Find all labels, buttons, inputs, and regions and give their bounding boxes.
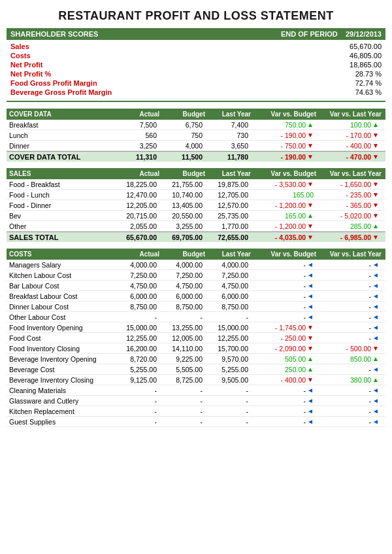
row-label: Beverage Inventory Closing bbox=[9, 376, 114, 384]
arrow-down-icon: ▼ bbox=[307, 376, 314, 383]
budget-cell: 750 bbox=[159, 131, 205, 139]
var-dash: - bbox=[304, 261, 306, 269]
last-year-cell: - bbox=[205, 418, 251, 426]
last-year-cell: 12,255.00 bbox=[205, 334, 251, 342]
shareholder-period: END OF PERIOD 29/12/2013 bbox=[281, 30, 382, 38]
actual-cell: - bbox=[114, 387, 159, 394]
shareholder-row: Net Profit %28.73 % bbox=[7, 69, 385, 78]
arrow-down-icon: ▼ bbox=[372, 191, 379, 198]
budget-cell: 13,405.00 bbox=[159, 201, 205, 209]
arrow-down-icon: ▼ bbox=[372, 131, 379, 139]
actual-cell: 3,250 bbox=[114, 142, 159, 150]
budget-cell: 69,705.00 bbox=[159, 234, 205, 241]
shareholder-row: Sales65,670.00 bbox=[7, 42, 385, 51]
shareholder-section: SHAREHOLDER SCORES END OF PERIOD 29/12/2… bbox=[7, 28, 385, 102]
budget-cell: 10,740.00 bbox=[159, 191, 205, 199]
row-label: Dinner bbox=[9, 142, 114, 150]
var-dash: - bbox=[369, 313, 372, 321]
last-year-cell: - bbox=[205, 387, 251, 394]
row-label: Food Cost bbox=[9, 334, 114, 342]
var-value: 850.00 bbox=[350, 355, 371, 363]
arrow-down-icon: ▼ bbox=[307, 345, 314, 352]
var-value: - 1,200.00 bbox=[275, 201, 306, 209]
var-dash: - bbox=[369, 334, 372, 342]
sh-row-value: 28.73 % bbox=[355, 70, 382, 78]
var-dash: - bbox=[369, 366, 372, 373]
var-cell: - 1,200.00 ▼ bbox=[251, 222, 316, 230]
row-label: Beverage Inventory Opening bbox=[9, 355, 114, 363]
costs-section: COSTS Actual Budget Last Year Var vs. Bu… bbox=[7, 249, 385, 427]
data-row: Other 2,055.00 3,255.00 1,770.00 - 1,200… bbox=[7, 221, 385, 232]
var-value: 165.00 bbox=[285, 212, 306, 220]
var-cell: 165.00 ▲ bbox=[251, 212, 316, 220]
var-cell: 505.00 ▲ bbox=[251, 355, 316, 363]
budget-cell: 11,500 bbox=[159, 153, 205, 161]
actual-cell: 12,255.00 bbox=[114, 334, 159, 342]
row-label: Beverage Cost bbox=[9, 366, 114, 373]
cover-total-row: COVER DATA TOTAL 11,310 11,500 11,780 - … bbox=[7, 151, 385, 162]
row-label: Lunch bbox=[9, 131, 114, 139]
var-value: - 365.00 bbox=[346, 201, 372, 209]
arrow-down-icon: ▼ bbox=[307, 201, 314, 209]
data-row: Dinner 3,250 4,000 3,650 - 750.00 ▼ - 40… bbox=[7, 141, 385, 151]
last-year-cell: 7,250.00 bbox=[205, 271, 251, 279]
actual-cell: - bbox=[114, 397, 159, 405]
row-label: Bev bbox=[9, 212, 114, 220]
sh-row-value: 74.63 % bbox=[355, 88, 382, 96]
actual-cell: 4,750.00 bbox=[114, 282, 159, 290]
var-cell: - ◄ bbox=[316, 261, 382, 269]
shareholder-row: Costs46,805.00 bbox=[7, 51, 385, 60]
sales-rows: Food - Breakfast 18,225.00 21,755.00 19,… bbox=[7, 179, 385, 232]
var-cell: - ◄ bbox=[316, 334, 382, 342]
var-cell: - 500.00 ▼ bbox=[316, 345, 382, 353]
var-value: - 190.00 bbox=[281, 131, 306, 139]
var-dash: - bbox=[304, 397, 306, 405]
arrow-down-icon: ▼ bbox=[372, 212, 379, 219]
data-row: Beverage Inventory Opening 8,720.00 9,22… bbox=[7, 354, 385, 364]
arrow-down-icon: ▼ bbox=[307, 131, 314, 139]
var-cell: - ◄ bbox=[251, 271, 316, 279]
var-cell: - ◄ bbox=[316, 418, 382, 426]
last-year-cell: 7,400 bbox=[205, 121, 251, 129]
sh-row-label: Net Profit bbox=[10, 61, 43, 69]
arrow-down-icon: ▼ bbox=[307, 324, 314, 331]
budget-cell: 6,000.00 bbox=[159, 292, 205, 300]
last-year-cell: - bbox=[205, 313, 251, 321]
var-cell: - 750.00 ▼ bbox=[251, 142, 316, 150]
arrow-left-icon: ◄ bbox=[307, 261, 314, 268]
var-value: - 500.00 bbox=[346, 345, 372, 353]
budget-cell: 6,750 bbox=[159, 121, 205, 129]
data-row: Food - Breakfast 18,225.00 21,755.00 19,… bbox=[7, 179, 385, 190]
actual-cell: 20,715.00 bbox=[114, 212, 159, 220]
budget-cell: 4,750.00 bbox=[159, 282, 205, 290]
var-cell: - ◄ bbox=[251, 282, 316, 290]
var-cell: - ◄ bbox=[316, 387, 382, 394]
data-row: Kitchen Replacement - - - - ◄ - ◄ bbox=[7, 406, 385, 417]
arrow-down-icon: ▼ bbox=[372, 142, 379, 149]
last-year-cell: 5,255.00 bbox=[205, 366, 251, 373]
var-cell: - 2,090.00 ▼ bbox=[251, 345, 316, 353]
var-cell: - 1,745.00 ▼ bbox=[251, 324, 316, 332]
actual-cell: 8,750.00 bbox=[114, 303, 159, 311]
data-row: Guest Supplies - - - - ◄ - ◄ bbox=[7, 417, 385, 427]
arrow-left-icon: ◄ bbox=[307, 303, 314, 310]
var-value: - 190.00 bbox=[281, 153, 306, 161]
actual-cell: 12,205.00 bbox=[114, 201, 159, 209]
data-row: Kitchen Labour Cost 7,250.00 7,250.00 7,… bbox=[7, 270, 385, 281]
arrow-up-icon: ▲ bbox=[307, 121, 314, 128]
var-cell: - 170.00 ▼ bbox=[316, 131, 382, 139]
budget-cell: 12,005.00 bbox=[159, 334, 205, 342]
last-year-cell: 25,735.00 bbox=[205, 212, 251, 220]
actual-cell: 16,200.00 bbox=[114, 345, 159, 353]
var-cell: - 400.00 ▼ bbox=[316, 142, 382, 150]
var-cell: - ◄ bbox=[316, 282, 382, 290]
sh-row-label: Costs bbox=[10, 52, 31, 60]
data-row: Bev 20,715.00 20,550.00 25,735.00 165.00… bbox=[7, 211, 385, 221]
var-value: 100.00 bbox=[350, 121, 371, 129]
data-row: Beverage Inventory Closing 9,125.00 8,72… bbox=[7, 375, 385, 385]
actual-cell: 11,310 bbox=[114, 153, 159, 161]
cover-section: COVER DATA Actual Budget Last Year Var v… bbox=[7, 109, 385, 162]
row-label: Dinner Labour Cost bbox=[9, 303, 114, 311]
actual-cell: 9,125.00 bbox=[114, 376, 159, 384]
actual-cell: 2,055.00 bbox=[114, 222, 159, 230]
